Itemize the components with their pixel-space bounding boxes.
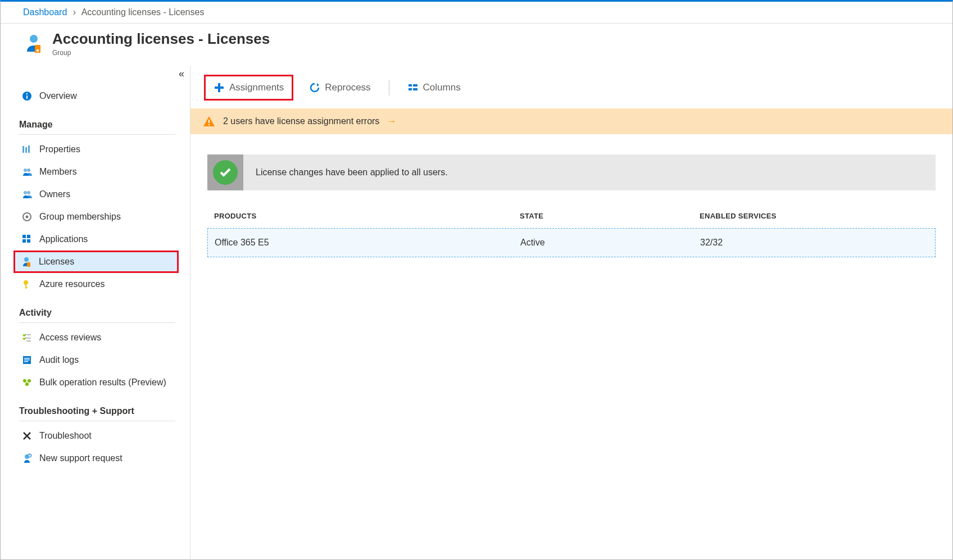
svg-rect-17 [22,239,26,243]
sidebar-item-licenses[interactable]: Licenses [13,251,179,273]
svg-point-12 [27,191,30,194]
assignments-button[interactable]: Assignments [204,75,293,101]
plus-icon [214,82,225,93]
svg-point-11 [24,191,27,194]
breadcrumb-root[interactable]: Dashboard [23,7,67,17]
sidebar-item-audit-logs[interactable]: Audit logs [19,349,175,371]
svg-rect-25 [26,338,31,339]
refresh-icon [309,82,320,93]
sidebar-item-label: New support request [39,453,122,463]
sidebar-item-bulk-operations[interactable]: Bulk operation results (Preview) [19,371,175,394]
support-icon: ? [21,453,33,464]
sidebar-item-owners[interactable]: Owners [19,183,175,206]
sidebar-item-members[interactable]: Members [19,161,175,183]
svg-point-31 [23,379,26,383]
breadcrumb-separator: › [73,7,76,17]
sidebar-item-troubleshoot[interactable]: Troubleshoot [19,425,175,447]
tools-icon [21,430,33,441]
collapse-sidebar-icon[interactable]: « [179,68,184,80]
apps-icon [21,234,33,245]
svg-rect-18 [27,239,30,243]
sidebar-item-label: Owners [39,189,70,199]
svg-rect-28 [24,358,30,359]
svg-point-32 [28,379,31,383]
sidebar-item-label: Group memberships [39,212,121,222]
toolbar: Assignments Reprocess Columns [190,66,952,108]
svg-rect-16 [27,235,30,238]
sidebar-item-properties[interactable]: Properties [19,138,175,161]
svg-point-10 [27,169,30,172]
page-header: Accounting licenses - Licenses Group [1,24,952,66]
svg-rect-39 [409,88,412,90]
warning-banner[interactable]: 2 users have license assignment errors → [190,108,952,134]
gear-icon [21,211,33,222]
sidebar-item-label: Access reviews [39,333,101,343]
svg-rect-23 [25,287,28,288]
col-services[interactable]: ENABLED SERVICES [700,212,929,220]
sidebar-item-label: Applications [39,234,88,244]
success-banner: License changes have been applied to all… [207,154,936,190]
properties-icon [21,144,33,155]
col-state[interactable]: STATE [520,212,700,220]
license-icon [21,256,32,267]
sidebar-item-overview[interactable]: Overview [19,85,175,107]
arrow-icon: → [387,116,396,126]
sidebar-group-activity: Activity [19,308,175,323]
svg-rect-20 [27,262,30,267]
sidebar-group-manage: Manage [19,120,175,135]
svg-rect-37 [409,84,412,86]
check-icon [213,160,238,185]
checklist-icon [21,332,33,343]
svg-rect-41 [208,120,210,123]
page-subtitle: Group [52,49,270,57]
svg-rect-4 [26,95,28,99]
cell-state: Active [520,238,700,248]
sidebar-item-group-memberships[interactable]: Group memberships [19,206,175,228]
sidebar-item-new-support[interactable]: ? New support request [19,447,175,470]
sidebar-item-label: Overview [39,91,77,101]
svg-text:?: ? [29,454,31,457]
success-badge [207,154,243,190]
svg-point-19 [24,257,29,262]
svg-rect-26 [26,340,31,342]
sidebar-item-azure-resources[interactable]: Azure resources [19,273,175,295]
sidebar-item-applications[interactable]: Applications [19,228,175,251]
cell-services: 32/32 [700,238,928,248]
sidebar-item-label: Properties [39,144,80,154]
svg-rect-7 [25,147,27,153]
svg-rect-24 [26,334,31,335]
button-label: Assignments [229,82,284,93]
table-row[interactable]: Office 365 E5 Active 32/32 [207,228,936,257]
group-license-icon [23,33,44,54]
button-label: Columns [423,82,461,93]
sidebar-group-support: Troubleshooting + Support [19,406,175,421]
warning-text: 2 users have license assignment errors [223,116,379,126]
table-header: PRODUCTS STATE ENABLED SERVICES [207,212,936,228]
sidebar-item-access-reviews[interactable]: Access reviews [19,326,175,349]
svg-point-0 [30,35,38,43]
main-panel: Assignments Reprocess Columns 2 users ha… [190,66,952,559]
col-products[interactable]: PRODUCTS [214,212,520,220]
svg-rect-30 [24,361,28,362]
svg-rect-38 [413,84,417,86]
toolbar-separator [389,80,389,95]
log-icon [21,354,33,366]
svg-point-42 [208,124,210,126]
owners-icon [21,189,33,200]
breadcrumb-current: Accounting licenses - Licenses [81,7,205,17]
info-icon [21,90,33,102]
svg-point-2 [37,49,39,51]
columns-button[interactable]: Columns [402,79,466,97]
svg-rect-6 [22,146,24,153]
svg-rect-40 [413,88,417,90]
sidebar-item-label: Licenses [39,257,74,267]
svg-point-5 [26,93,28,95]
warning-icon [203,115,215,128]
sidebar-item-label: Troubleshoot [39,431,92,441]
reprocess-button[interactable]: Reprocess [303,79,376,97]
members-icon [21,166,33,177]
key-icon [21,279,33,290]
licenses-table: PRODUCTS STATE ENABLED SERVICES Office 3… [207,212,936,257]
sidebar-item-label: Members [39,167,77,177]
breadcrumb: Dashboard › Accounting licenses - Licens… [1,2,952,24]
